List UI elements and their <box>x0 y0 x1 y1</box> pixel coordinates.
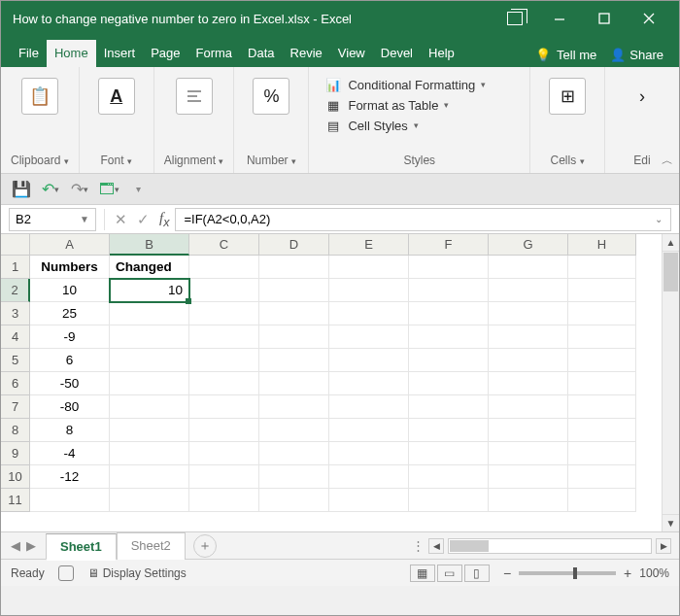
editing-button[interactable]: › <box>615 73 669 120</box>
cell-A5[interactable]: 6 <box>30 349 110 372</box>
tab-view[interactable]: View <box>330 40 373 67</box>
tab-devel[interactable]: Devel <box>373 40 421 67</box>
select-all-corner[interactable] <box>1 234 30 256</box>
cells-area[interactable]: NumbersChanged101025-96-50-808-4-12 <box>30 256 636 512</box>
row-header-8[interactable]: 8 <box>1 419 30 442</box>
chevron-down-icon[interactable]: ▾ <box>219 156 223 166</box>
zoom-level[interactable]: 100% <box>639 566 669 580</box>
tab-forma[interactable]: Forma <box>188 40 241 67</box>
tab-page[interactable]: Page <box>143 40 187 67</box>
redo-button[interactable]: ↷▾ <box>69 179 90 200</box>
hscroll-thumb[interactable] <box>450 540 489 552</box>
cell-C7[interactable] <box>189 395 259 419</box>
cell-A7[interactable]: -80 <box>30 395 110 419</box>
row-header-3[interactable]: 3 <box>1 302 30 325</box>
sheet-tab-sheet2[interactable]: Sheet2 <box>117 532 186 560</box>
cell-H2[interactable] <box>568 279 636 302</box>
cell-E1[interactable] <box>329 256 409 279</box>
cell-B10[interactable] <box>110 465 189 489</box>
tab-file[interactable]: File <box>11 40 47 67</box>
scroll-down-button[interactable]: ▼ <box>663 514 679 531</box>
formula-input[interactable]: =IF(A2<0,0,A2) ⌄ <box>175 208 671 231</box>
display-settings-button[interactable]: 🖥 Display Settings <box>87 566 187 580</box>
cell-H3[interactable] <box>568 302 636 325</box>
scroll-right-button[interactable]: ▶ <box>656 538 671 554</box>
cell-G1[interactable] <box>489 256 568 279</box>
cell-D3[interactable] <box>259 302 329 325</box>
normal-view-button[interactable]: ▦ <box>410 565 435 582</box>
cell-D11[interactable] <box>259 489 329 512</box>
row-header-7[interactable]: 7 <box>1 395 30 419</box>
cell-C3[interactable] <box>189 302 259 325</box>
column-header-A[interactable]: A <box>30 234 110 256</box>
sheet-tab-sheet1[interactable]: Sheet1 <box>46 533 117 561</box>
cell-E8[interactable] <box>329 419 409 442</box>
cell-B3[interactable] <box>110 302 189 325</box>
cell-E5[interactable] <box>329 349 409 372</box>
cell-E7[interactable] <box>329 395 409 419</box>
column-header-C[interactable]: C <box>189 234 259 256</box>
tab-data[interactable]: Data <box>240 40 282 67</box>
cell-B1[interactable]: Changed <box>110 256 189 279</box>
cell-B4[interactable] <box>110 325 189 349</box>
cell-G6[interactable] <box>489 372 568 395</box>
row-header-9[interactable]: 9 <box>1 442 30 465</box>
column-header-G[interactable]: G <box>489 234 568 256</box>
cell-H4[interactable] <box>568 325 636 349</box>
cell-F8[interactable] <box>409 419 489 442</box>
cell-C8[interactable] <box>189 419 259 442</box>
cell-H5[interactable] <box>568 349 636 372</box>
cell-B2[interactable]: 10 <box>110 279 189 302</box>
cell-C9[interactable] <box>189 442 259 465</box>
tell-me[interactable]: 💡 Tell me <box>535 48 596 62</box>
cell-C1[interactable] <box>189 256 259 279</box>
customize-qat-button[interactable]: ▾ <box>127 179 149 200</box>
cell-D7[interactable] <box>259 395 329 419</box>
cell-G4[interactable] <box>489 325 568 349</box>
cell-D5[interactable] <box>259 349 329 372</box>
column-header-B[interactable]: B <box>110 234 189 256</box>
cell-D10[interactable] <box>259 465 329 489</box>
cell-E11[interactable] <box>329 489 409 512</box>
cell-F3[interactable] <box>409 302 489 325</box>
cell-A8[interactable]: 8 <box>30 419 110 442</box>
format-as-table-button[interactable]: ▦ Format as Table ▾ <box>324 97 514 113</box>
cell-D9[interactable] <box>259 442 329 465</box>
cell-C6[interactable] <box>189 372 259 395</box>
name-box[interactable]: B2 ▼ <box>9 208 96 231</box>
row-header-5[interactable]: 5 <box>1 349 30 372</box>
vertical-scrollbar[interactable]: ▲ ▼ <box>662 234 679 531</box>
cell-H11[interactable] <box>568 489 636 512</box>
cell-D1[interactable] <box>259 256 329 279</box>
hscroll-track[interactable] <box>448 538 652 554</box>
cancel-formula-button[interactable]: ✕ <box>115 211 127 228</box>
cell-B11[interactable] <box>110 489 189 512</box>
chevron-down-icon[interactable]: ▾ <box>580 156 585 166</box>
scroll-up-button[interactable]: ▲ <box>663 234 679 252</box>
cell-B5[interactable] <box>110 349 189 372</box>
cell-A4[interactable]: -9 <box>30 325 110 349</box>
cell-F5[interactable] <box>409 349 489 372</box>
cell-B9[interactable] <box>110 442 189 465</box>
collapse-ribbon-button[interactable]: ︿ <box>662 153 673 169</box>
tab-home[interactable]: Home <box>47 40 96 67</box>
cell-F4[interactable] <box>409 325 489 349</box>
enter-formula-button[interactable]: ✓ <box>137 211 150 228</box>
conditional-formatting-button[interactable]: 📊 Conditional Formatting ▾ <box>324 77 514 92</box>
cell-H6[interactable] <box>568 372 636 395</box>
row-header-6[interactable]: 6 <box>1 372 30 395</box>
column-header-E[interactable]: E <box>329 234 409 256</box>
cell-E9[interactable] <box>329 442 409 465</box>
maximize-button[interactable] <box>582 1 627 36</box>
chevron-down-icon[interactable]: ▾ <box>291 156 296 166</box>
cell-G3[interactable] <box>489 302 568 325</box>
cell-H7[interactable] <box>568 395 636 419</box>
cell-G8[interactable] <box>489 419 568 442</box>
cell-F6[interactable] <box>409 372 489 395</box>
cell-E3[interactable] <box>329 302 409 325</box>
sheet-nav-prev-button[interactable]: ◀ <box>11 538 20 553</box>
clipboard-button[interactable]: 📋 <box>13 73 67 120</box>
horizontal-scrollbar[interactable]: ⋮ ◀ ▶ <box>224 538 671 554</box>
cell-F11[interactable] <box>409 489 489 512</box>
row-header-4[interactable]: 4 <box>1 325 30 349</box>
